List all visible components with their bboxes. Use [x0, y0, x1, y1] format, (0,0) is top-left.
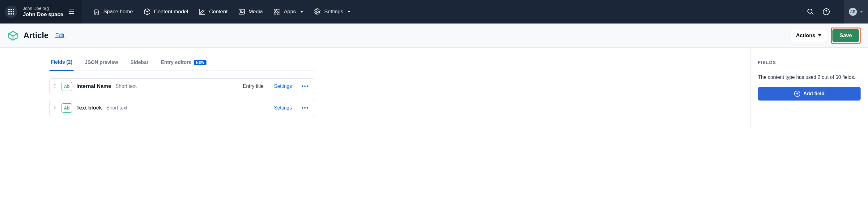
- box-icon: [144, 8, 151, 15]
- add-field-label: Add field: [803, 91, 825, 96]
- nav-label: Content model: [154, 9, 188, 15]
- app-grid-icon: [8, 9, 14, 14]
- svg-rect-1: [239, 9, 245, 14]
- chevron-down-icon: [300, 11, 303, 13]
- tab-sidebar[interactable]: Sidebar: [129, 56, 150, 70]
- hamburger-icon[interactable]: [69, 8, 77, 16]
- media-icon: [238, 8, 245, 15]
- entry-title-flag: Entry title: [243, 84, 264, 89]
- nav-apps[interactable]: Apps: [273, 8, 303, 15]
- field-type: Short text: [106, 105, 127, 111]
- tab-label: Entry editors: [161, 60, 192, 65]
- main-column: Fields (2) JSON preview Sidebar Entry ed…: [0, 48, 750, 128]
- field-type: Short text: [115, 84, 136, 89]
- field-name: Text block: [76, 105, 102, 111]
- field-type-badge: Ab: [62, 82, 72, 91]
- tab-entry-editors[interactable]: Entry editors NEW: [160, 56, 208, 70]
- nav-content-model[interactable]: Content model: [144, 8, 188, 15]
- fields-list: ⠿ Ab Internal Name Short text Entry titl…: [50, 78, 314, 116]
- help-icon[interactable]: ?: [823, 8, 830, 15]
- chevron-down-icon: [818, 34, 821, 36]
- svg-point-2: [240, 10, 241, 12]
- home-icon: [93, 8, 100, 15]
- field-settings-link[interactable]: Settings: [274, 105, 292, 111]
- nav-settings[interactable]: Settings: [314, 8, 350, 15]
- tab-json-preview[interactable]: JSON preview: [84, 56, 119, 70]
- gear-icon: [314, 8, 321, 15]
- edit-link[interactable]: Edit: [55, 32, 64, 39]
- drag-handle-icon[interactable]: ⠿: [54, 107, 57, 109]
- new-badge: NEW: [194, 60, 207, 65]
- org-space-block[interactable]: John Doe org John Doe space: [23, 6, 63, 18]
- save-highlight: Save: [831, 28, 861, 43]
- edit-icon: [198, 8, 206, 15]
- avatar: AR: [849, 8, 857, 16]
- more-icon[interactable]: •••: [302, 105, 309, 111]
- svg-point-4: [808, 9, 812, 13]
- actions-button[interactable]: Actions: [790, 29, 827, 42]
- puzzle-icon: [273, 8, 281, 15]
- content-type-icon: [7, 30, 19, 41]
- org-name: John Doe org: [23, 6, 63, 11]
- tab-fields[interactable]: Fields (2): [50, 56, 73, 71]
- nav-label: Media: [249, 9, 263, 15]
- page-header: Article Edit Actions Save: [0, 24, 868, 48]
- space-name: John Doe space: [23, 11, 63, 18]
- plus-circle-icon: +: [794, 91, 800, 97]
- drag-handle-icon[interactable]: ⠿: [54, 85, 57, 87]
- add-field-button[interactable]: + Add field: [758, 87, 861, 100]
- chevron-down-icon: [860, 11, 863, 13]
- nav-items: Space home Content model Content Media A…: [82, 0, 801, 24]
- tabs: Fields (2) JSON preview Sidebar Entry ed…: [50, 56, 314, 71]
- user-menu[interactable]: AR: [844, 0, 868, 24]
- nav-label: Apps: [284, 9, 296, 15]
- chevron-down-icon: [347, 11, 350, 13]
- nav-content[interactable]: Content: [198, 8, 227, 15]
- field-row: ⠿ Ab Text block Short text Settings •••: [50, 100, 314, 116]
- more-icon[interactable]: •••: [302, 84, 309, 89]
- topbar: John Doe org John Doe space Space home C…: [0, 0, 868, 24]
- nav-label: Space home: [103, 9, 133, 15]
- field-settings-link[interactable]: Settings: [274, 84, 292, 89]
- app-launcher-button[interactable]: [5, 6, 17, 18]
- svg-rect-0: [199, 9, 205, 14]
- side-heading: FIELDS: [758, 60, 861, 69]
- nav-space-home[interactable]: Space home: [93, 8, 133, 15]
- svg-point-3: [316, 11, 318, 13]
- field-row: ⠿ Ab Internal Name Short text Entry titl…: [50, 78, 314, 94]
- nav-label: Settings: [324, 9, 343, 15]
- topbar-left: John Doe org John Doe space: [0, 0, 82, 24]
- field-name: Internal Name: [76, 83, 111, 89]
- nav-label: Content: [209, 9, 227, 15]
- field-type-badge: Ab: [62, 103, 72, 113]
- nav-right: ? AR: [801, 0, 868, 24]
- search-icon[interactable]: [807, 8, 814, 15]
- page-title: Article: [24, 31, 49, 40]
- save-button[interactable]: Save: [833, 29, 859, 42]
- actions-label: Actions: [796, 32, 815, 39]
- side-column: FIELDS The content type has used 2 out o…: [750, 48, 868, 128]
- nav-media[interactable]: Media: [238, 8, 263, 15]
- body-row: Fields (2) JSON preview Sidebar Entry ed…: [0, 48, 868, 128]
- side-text: The content type has used 2 out of 50 fi…: [758, 74, 861, 80]
